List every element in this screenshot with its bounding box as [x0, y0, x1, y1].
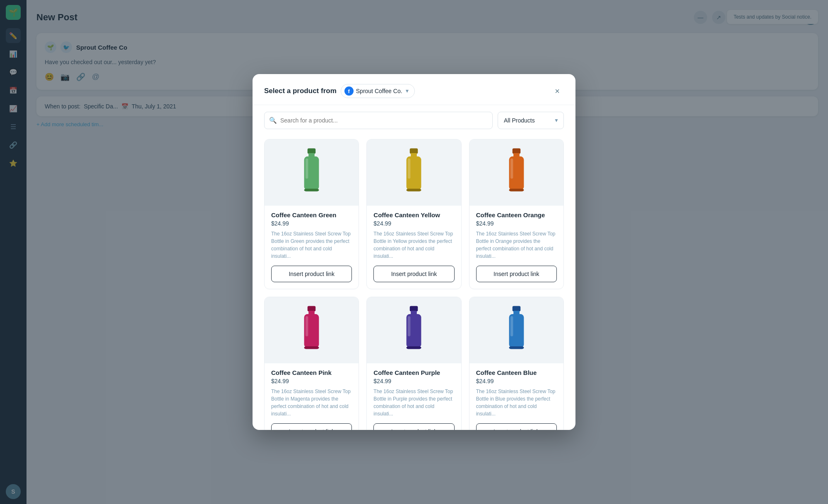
product-info-yellow: Coffee Canteen Yellow $24.99 The 16oz St…	[367, 206, 461, 266]
svg-rect-9	[407, 189, 421, 192]
insert-product-button-orange[interactable]: Insert product link	[476, 266, 557, 282]
product-name-pink: Coffee Canteen Pink	[271, 369, 352, 376]
svg-rect-25	[513, 306, 521, 312]
product-image-pink	[265, 297, 359, 363]
product-desc-purple: The 16oz Stainless Steel Screw Top Bottl…	[373, 388, 454, 418]
chevron-down-icon: ▼	[405, 88, 410, 94]
insert-product-button-purple[interactable]: Insert product link	[373, 423, 454, 430]
svg-rect-14	[509, 189, 524, 192]
store-selector[interactable]: f Sprout Coffee Co. ▼	[341, 84, 415, 98]
svg-rect-13	[510, 158, 513, 179]
search-icon: 🔍	[269, 117, 277, 124]
insert-product-button-pink[interactable]: Insert product link	[271, 423, 352, 430]
search-input-wrap: 🔍	[264, 112, 493, 129]
product-name-blue: Coffee Canteen Blue	[476, 369, 557, 376]
modal-close-button[interactable]: ×	[551, 84, 564, 98]
product-card-pink: Coffee Canteen Pink $24.99 The 16oz Stai…	[264, 297, 359, 430]
svg-rect-15	[308, 306, 316, 312]
product-desc-green: The 16oz Stainless Steel Screw Top Bottl…	[271, 230, 352, 260]
product-card-purple: Coffee Canteen Purple $24.99 The 16oz St…	[366, 297, 461, 430]
svg-rect-4	[304, 189, 319, 192]
product-price-pink: $24.99	[271, 378, 352, 384]
product-card-yellow: Coffee Canteen Yellow $24.99 The 16oz St…	[366, 139, 461, 289]
product-card-orange: Coffee Canteen Orange $24.99 The 16oz St…	[469, 139, 564, 289]
product-card-green: Coffee Canteen Green $24.99 The 16oz Sta…	[264, 139, 359, 289]
svg-rect-5	[410, 149, 418, 154]
product-name-green: Coffee Canteen Green	[271, 211, 352, 218]
insert-product-button-green[interactable]: Insert product link	[271, 266, 352, 282]
filter-select[interactable]: All Products Coffee Accessories	[498, 112, 564, 129]
product-price-orange: $24.99	[476, 220, 557, 227]
product-info-blue: Coffee Canteen Blue $24.99 The 16oz Stai…	[469, 363, 563, 423]
store-name: Sprout Coffee Co.	[356, 88, 402, 94]
product-name-purple: Coffee Canteen Purple	[373, 369, 454, 376]
product-name-orange: Coffee Canteen Orange	[476, 211, 557, 218]
svg-rect-28	[510, 316, 513, 336]
svg-rect-0	[308, 149, 316, 154]
product-grid: Coffee Canteen Green $24.99 The 16oz Sta…	[264, 139, 564, 430]
product-info-orange: Coffee Canteen Orange $24.99 The 16oz St…	[469, 206, 563, 266]
modal-search-bar: 🔍 All Products Coffee Accessories ▼	[253, 105, 575, 136]
product-price-purple: $24.99	[373, 378, 454, 384]
filter-wrap: All Products Coffee Accessories ▼	[498, 112, 564, 129]
product-price-yellow: $24.99	[373, 220, 454, 227]
product-name-yellow: Coffee Canteen Yellow	[373, 211, 454, 218]
product-desc-blue: The 16oz Stainless Steel Screw Top Bottl…	[476, 388, 557, 418]
modal-header: Select a product from f Sprout Coffee Co…	[253, 74, 575, 105]
svg-rect-3	[306, 158, 308, 179]
modal-header-left: Select a product from f Sprout Coffee Co…	[264, 84, 415, 98]
svg-rect-19	[304, 346, 319, 349]
product-info-pink: Coffee Canteen Pink $24.99 The 16oz Stai…	[265, 363, 359, 423]
svg-rect-18	[306, 316, 308, 336]
search-input[interactable]	[264, 112, 493, 129]
product-image-green	[265, 139, 359, 206]
product-image-orange	[469, 139, 563, 206]
svg-rect-20	[410, 306, 418, 312]
svg-rect-10	[513, 149, 521, 154]
svg-rect-8	[408, 158, 411, 179]
product-info-green: Coffee Canteen Green $24.99 The 16oz Sta…	[265, 206, 359, 266]
insert-product-button-yellow[interactable]: Insert product link	[373, 266, 454, 282]
modal-title: Select a product from	[264, 87, 337, 95]
svg-rect-24	[407, 346, 421, 349]
svg-rect-23	[408, 316, 411, 336]
product-desc-orange: The 16oz Stainless Steel Screw Top Bottl…	[476, 230, 557, 260]
product-image-blue	[469, 297, 563, 363]
product-desc-yellow: The 16oz Stainless Steel Screw Top Bottl…	[373, 230, 454, 260]
svg-rect-29	[509, 346, 524, 349]
product-select-modal: Select a product from f Sprout Coffee Co…	[253, 74, 575, 430]
product-info-purple: Coffee Canteen Purple $24.99 The 16oz St…	[367, 363, 461, 423]
product-price-blue: $24.99	[476, 378, 557, 384]
product-image-yellow	[367, 139, 461, 206]
product-price-green: $24.99	[271, 220, 352, 227]
product-card-blue: Coffee Canteen Blue $24.99 The 16oz Stai…	[469, 297, 564, 430]
insert-product-button-blue[interactable]: Insert product link	[476, 423, 557, 430]
product-desc-pink: The 16oz Stainless Steel Screw Top Bottl…	[271, 388, 352, 418]
modal-overlay: Select a product from f Sprout Coffee Co…	[0, 0, 828, 504]
product-grid-container: Coffee Canteen Green $24.99 The 16oz Sta…	[253, 136, 575, 430]
facebook-icon: f	[344, 86, 354, 96]
product-image-purple	[367, 297, 461, 363]
